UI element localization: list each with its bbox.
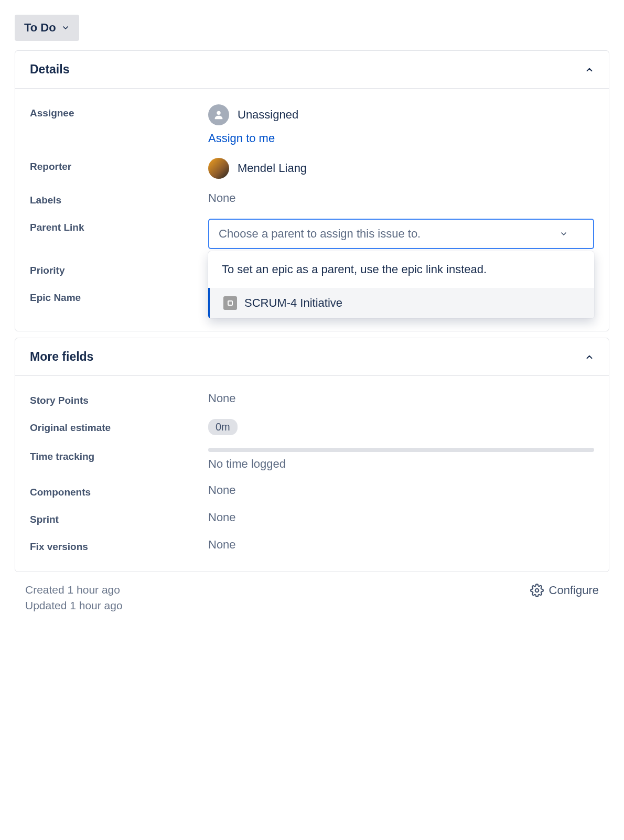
- time-tracking-label: Time tracking: [30, 448, 208, 462]
- components-value[interactable]: None: [208, 483, 594, 497]
- priority-label: Priority: [30, 262, 208, 276]
- configure-button[interactable]: Configure: [530, 584, 599, 597]
- chevron-up-icon: [585, 65, 594, 74]
- details-panel-body: Assignee Unassigned Assign to me Reporte…: [15, 89, 609, 331]
- components-label: Components: [30, 483, 208, 498]
- assignee-value[interactable]: Unassigned: [208, 104, 594, 125]
- reporter-value-block: Mendel Liang: [208, 158, 594, 179]
- reporter-avatar: [208, 158, 229, 179]
- chevron-down-icon: [560, 230, 568, 238]
- story-points-label: Story Points: [30, 392, 208, 406]
- parent-link-label: Parent Link: [30, 219, 208, 233]
- components-field: Components None: [30, 477, 594, 504]
- initiative-type-icon: [223, 296, 237, 310]
- time-tracking-value-block[interactable]: No time logged: [208, 448, 594, 471]
- reporter-value[interactable]: Mendel Liang: [208, 158, 594, 179]
- details-panel-title: Details: [30, 62, 69, 77]
- sprint-field: Sprint None: [30, 504, 594, 532]
- parent-link-value-block: Choose a parent to assign this issue to.…: [208, 219, 594, 249]
- more-fields-panel-body: Story Points None Original estimate 0m T…: [15, 376, 609, 572]
- status-label: To Do: [24, 21, 56, 35]
- original-estimate-label: Original estimate: [30, 419, 208, 434]
- labels-label: Labels: [30, 191, 208, 206]
- assignee-label: Assignee: [30, 104, 208, 119]
- labels-value[interactable]: None: [208, 191, 594, 205]
- configure-label: Configure: [549, 584, 599, 597]
- original-estimate-value[interactable]: 0m: [208, 419, 594, 435]
- parent-link-dropdown-message: To set an epic as a parent, use the epic…: [208, 251, 594, 288]
- parent-link-placeholder: Choose a parent to assign this issue to.: [219, 227, 421, 241]
- details-panel: Details Assignee Unassigned Assign to me…: [15, 50, 609, 331]
- labels-field: Labels None: [30, 185, 594, 212]
- sprint-value[interactable]: None: [208, 511, 594, 524]
- time-tracking-value: No time logged: [208, 457, 594, 471]
- details-panel-header[interactable]: Details: [15, 51, 609, 89]
- created-timestamp: Created 1 hour ago: [25, 584, 123, 596]
- story-points-field: Story Points None: [30, 385, 594, 413]
- parent-link-select[interactable]: Choose a parent to assign this issue to.: [208, 219, 594, 249]
- fix-versions-field: Fix versions None: [30, 532, 594, 559]
- chevron-down-icon: [61, 24, 70, 32]
- parent-link-option-label: SCRUM-4 Initiative: [244, 296, 342, 310]
- assignee-value-block: Unassigned Assign to me: [208, 104, 594, 145]
- assignee-name: Unassigned: [238, 108, 298, 122]
- epic-name-label: Epic Name: [30, 289, 208, 304]
- chevron-up-icon: [585, 352, 594, 362]
- gear-icon: [530, 584, 544, 597]
- parent-link-field: Parent Link Choose a parent to assign th…: [30, 212, 594, 255]
- timestamps: Created 1 hour ago Updated 1 hour ago: [25, 584, 123, 615]
- time-tracking-field: Time tracking No time logged: [30, 441, 594, 477]
- more-fields-panel-header[interactable]: More fields: [15, 338, 609, 376]
- original-estimate-pill: 0m: [208, 419, 238, 435]
- more-fields-panel-title: More fields: [30, 350, 93, 364]
- parent-link-option[interactable]: SCRUM-4 Initiative: [208, 288, 594, 318]
- assign-to-me-link[interactable]: Assign to me: [208, 132, 594, 145]
- time-tracking-bar: [208, 448, 594, 452]
- updated-timestamp: Updated 1 hour ago: [25, 599, 123, 612]
- story-points-value[interactable]: None: [208, 392, 594, 405]
- fix-versions-label: Fix versions: [30, 538, 208, 553]
- svg-point-1: [535, 589, 539, 593]
- status-dropdown-button[interactable]: To Do: [15, 15, 79, 41]
- more-fields-panel: More fields Story Points None Original e…: [15, 338, 609, 572]
- reporter-name: Mendel Liang: [238, 161, 307, 175]
- sprint-label: Sprint: [30, 511, 208, 525]
- unassigned-avatar-icon: [208, 104, 229, 125]
- original-estimate-field: Original estimate 0m: [30, 413, 594, 441]
- footer: Created 1 hour ago Updated 1 hour ago Co…: [15, 578, 609, 615]
- parent-link-dropdown: To set an epic as a parent, use the epic…: [208, 251, 594, 318]
- reporter-label: Reporter: [30, 158, 208, 173]
- fix-versions-value[interactable]: None: [208, 538, 594, 552]
- assignee-field: Assignee Unassigned Assign to me: [30, 98, 594, 152]
- reporter-field: Reporter Mendel Liang: [30, 152, 594, 185]
- svg-point-0: [217, 111, 220, 115]
